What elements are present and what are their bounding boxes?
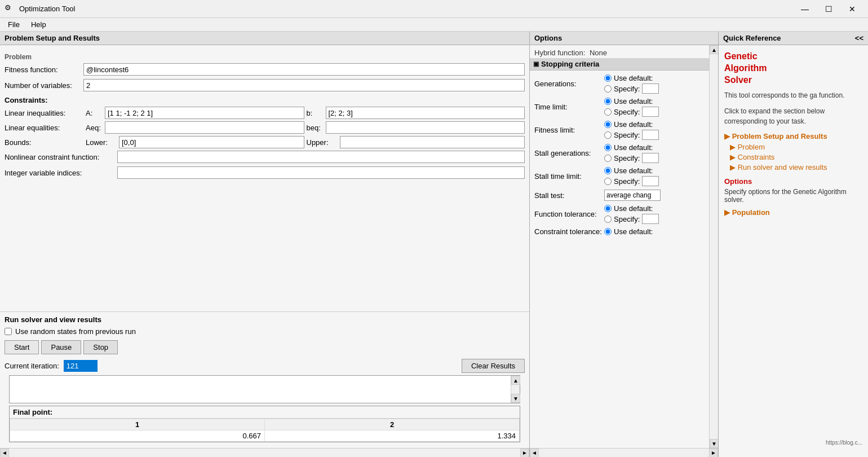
- output-scroll-up[interactable]: ▲: [511, 376, 520, 385]
- stall-time-specify-input[interactable]: [642, 176, 659, 186]
- close-button[interactable]: ✕: [841, 1, 863, 17]
- generations-specify-radio[interactable]: [604, 85, 612, 93]
- minimize-button[interactable]: —: [794, 1, 816, 17]
- options-scroll-down[interactable]: ▼: [710, 439, 718, 448]
- start-button[interactable]: Start: [5, 340, 39, 354]
- time-limit-specify-row: Specify:: [604, 107, 659, 117]
- stop-button[interactable]: Stop: [83, 340, 118, 354]
- linear-eq-label: Linear equalities:: [5, 124, 83, 132]
- collapse-quick-ref-button[interactable]: <<: [855, 34, 863, 42]
- generations-specify-input[interactable]: [642, 84, 659, 94]
- aeq-input[interactable]: [105, 121, 304, 134]
- fitness-input[interactable]: [83, 63, 525, 76]
- beq-input[interactable]: [326, 121, 525, 134]
- func-tol-specify-radio[interactable]: [604, 216, 612, 223]
- func-tol-specify-row: Specify:: [604, 214, 659, 224]
- iteration-input[interactable]: [64, 360, 98, 372]
- table-row: 0.667 1.334: [10, 430, 520, 442]
- a-input[interactable]: [105, 107, 304, 119]
- fitness-limit-label: Fitness limit:: [534, 126, 602, 134]
- iteration-row: Current iteration: Clear Results: [5, 359, 525, 373]
- app-icon: ⚙: [5, 3, 16, 15]
- population-link[interactable]: ▶ Population: [724, 208, 862, 217]
- con-tol-use-default-radio[interactable]: [604, 228, 612, 235]
- generations-row: Generations: Use default: Specify:: [530, 73, 709, 95]
- run-solver-link[interactable]: ▶ Run solver and view results: [730, 163, 862, 172]
- scroll-left-btn[interactable]: ◄: [0, 449, 9, 458]
- stall-test-input[interactable]: [604, 190, 661, 201]
- stopping-criteria-label: Stopping criteria: [541, 60, 599, 68]
- fitness-limit-use-default-label: Use default:: [614, 120, 653, 129]
- output-scroll-down[interactable]: ▼: [511, 394, 520, 403]
- stall-gen-specify-input[interactable]: [642, 153, 659, 163]
- time-limit-row: Time limit: Use default: Specify:: [530, 96, 709, 118]
- stall-time-radio-group: Use default: Specify:: [604, 166, 659, 186]
- func-tol-specify-input[interactable]: [642, 214, 659, 224]
- random-states-checkbox[interactable]: [5, 328, 12, 335]
- generations-use-default-label: Use default:: [614, 74, 653, 82]
- stall-time-use-default-radio[interactable]: [604, 167, 612, 174]
- fitness-limit-specify-radio[interactable]: [604, 131, 612, 139]
- generations-specify-label: Specify:: [614, 85, 640, 93]
- lower-label: Lower:: [86, 138, 117, 147]
- lower-input[interactable]: [119, 136, 304, 148]
- options-scroll-left[interactable]: ◄: [530, 449, 539, 458]
- func-tol-use-default-label: Use default:: [614, 204, 653, 213]
- func-tol-use-default-radio[interactable]: [604, 205, 612, 212]
- constraints-section-label: Constraints:: [5, 96, 525, 104]
- menu-help[interactable]: Help: [25, 19, 52, 30]
- final-point-table: 1 2 0.667 1.334: [10, 419, 520, 442]
- integer-input[interactable]: [117, 166, 525, 179]
- options-section-title: Options: [724, 177, 862, 186]
- generations-use-default-radio[interactable]: [604, 74, 612, 82]
- bounds-row: Bounds: Lower: Upper:: [5, 136, 525, 148]
- constraints-arrow-icon: ▶: [730, 153, 738, 161]
- left-panel-content: Problem Fitness function: Number of vari…: [0, 45, 529, 311]
- fitness-limit-specify-input[interactable]: [642, 130, 659, 140]
- stall-time-specify-label: Specify:: [614, 177, 640, 186]
- fitness-limit-use-default-radio[interactable]: [604, 121, 612, 128]
- options-scroll-up[interactable]: ▲: [710, 45, 718, 54]
- time-limit-specify-input[interactable]: [642, 107, 659, 117]
- options-description: Specify options for the Genetic Algorith…: [724, 188, 862, 204]
- num-vars-label: Number of variables:: [5, 81, 83, 90]
- stall-generations-row: Stall generations: Use default: Specify:: [530, 142, 709, 164]
- run-solver-arrow-icon: ▶: [730, 163, 738, 172]
- final-val-2: 1.334: [265, 430, 520, 442]
- stall-time-specify-radio[interactable]: [604, 178, 612, 185]
- a-label: A:: [86, 109, 103, 117]
- options-scroll-right[interactable]: ►: [709, 449, 718, 458]
- left-panel: Problem Setup and Results Problem Fitnes…: [0, 32, 530, 457]
- time-limit-use-default-radio[interactable]: [604, 98, 612, 105]
- generations-radio-group: Use default: Specify:: [604, 74, 659, 94]
- time-limit-specify-radio[interactable]: [604, 108, 612, 116]
- pause-button[interactable]: Pause: [41, 340, 81, 354]
- ga-solver-title: GeneticAlgorithmSolver: [724, 51, 862, 86]
- problem-link[interactable]: ▶ Problem: [730, 143, 862, 151]
- url-reference: https://blog.c...: [826, 440, 862, 446]
- col-header-1: 1: [10, 419, 265, 430]
- stall-gen-use-default-radio[interactable]: [604, 144, 612, 151]
- menu-file[interactable]: File: [2, 19, 25, 30]
- constraint-tolerance-radio-group: Use default:: [604, 227, 653, 236]
- problem-setup-link[interactable]: ▶ Problem Setup and Results: [724, 132, 862, 140]
- stall-time-specify-row: Specify:: [604, 176, 659, 186]
- num-vars-input[interactable]: [83, 79, 525, 91]
- integer-row: Integer variable indices:: [5, 166, 525, 179]
- constraints-link[interactable]: ▶ Constraints: [730, 153, 862, 161]
- upper-input[interactable]: [340, 136, 525, 148]
- fitness-limit-row: Fitness limit: Use default: Specify:: [530, 119, 709, 141]
- b-input[interactable]: [326, 107, 525, 119]
- quick-ref-title: Quick Reference: [723, 34, 781, 42]
- stall-gen-specify-radio[interactable]: [604, 155, 612, 162]
- time-limit-label: Time limit:: [534, 103, 602, 111]
- linear-inequalities-row: Linear inequalities: A: b:: [5, 107, 525, 119]
- fitness-limit-specify-label: Specify:: [614, 131, 640, 139]
- scroll-right-btn[interactable]: ►: [520, 449, 529, 458]
- nonlinear-input[interactable]: [117, 151, 525, 163]
- random-states-row: Use random states from previous run: [5, 327, 525, 336]
- maximize-button[interactable]: ☐: [817, 1, 840, 17]
- linear-ineq-label: Linear inequalities:: [5, 109, 83, 117]
- stopping-criteria-header[interactable]: ▣ Stopping criteria: [530, 58, 709, 71]
- clear-results-button[interactable]: Clear Results: [462, 359, 525, 373]
